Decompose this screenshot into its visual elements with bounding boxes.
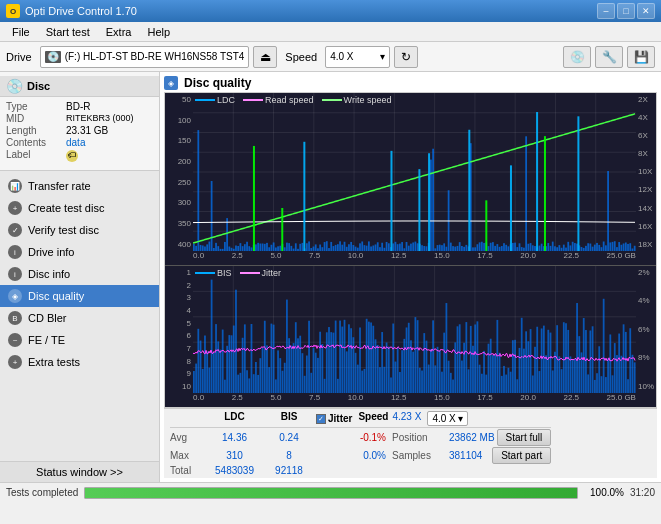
row-total-ldc: 5483039 — [207, 465, 262, 476]
disc-contents-val: data — [66, 137, 85, 148]
legend-ldc-color — [195, 99, 215, 101]
disc-mid-key: MID — [6, 113, 66, 124]
samples-val: 381104 — [449, 450, 482, 461]
nav-label-verify: Verify test disc — [28, 224, 99, 236]
refresh-button[interactable]: ↻ — [394, 46, 418, 68]
legend-jitter: Jitter — [240, 268, 282, 278]
drive-label: Drive — [6, 51, 32, 63]
nav-label-disc: Disc info — [28, 268, 70, 280]
y-label-right: 6X — [636, 131, 656, 140]
menu-start-test[interactable]: Start test — [38, 24, 98, 40]
close-button[interactable]: ✕ — [637, 3, 655, 19]
nav-label-drive: Drive info — [28, 246, 74, 258]
maximize-button[interactable]: □ — [617, 3, 635, 19]
stats-table: LDC BIS ✓ Jitter Speed 4.23 X 4.0 X ▾ Av… — [170, 411, 551, 476]
chart-bottom-plot — [193, 266, 636, 393]
menu-file[interactable]: File — [4, 24, 38, 40]
nav-extra-tests[interactable]: + Extra tests — [0, 351, 159, 373]
legend-ldc: LDC — [195, 95, 235, 105]
disc-header: 💿 Disc — [0, 76, 159, 97]
legend-read: Read speed — [243, 95, 314, 105]
menu-extra[interactable]: Extra — [98, 24, 140, 40]
speed-selector[interactable]: 4.0 X ▾ — [325, 46, 390, 68]
status-window-button[interactable]: Status window >> — [0, 461, 159, 482]
nav-fe-te[interactable]: ~ FE / TE — [0, 329, 159, 351]
nav-cd-bler[interactable]: B CD Bler — [0, 307, 159, 329]
disc-button[interactable]: 💿 — [563, 46, 591, 68]
nav-icon-disc: i — [8, 267, 22, 281]
nav-create-test-disc[interactable]: + Create test disc — [0, 197, 159, 219]
speed-value: 4.0 X — [330, 51, 353, 62]
drive-selector[interactable]: 💿 (F:) HL-DT-ST BD-RE WH16NS58 TST4 — [40, 46, 250, 68]
eject-button[interactable]: ⏏ — [253, 46, 277, 68]
disc-header-label: Disc — [27, 80, 50, 92]
y-label-right: 4X — [636, 113, 656, 122]
nav-disc-info[interactable]: i Disc info — [0, 263, 159, 285]
legend-jitter-label: Jitter — [262, 268, 282, 278]
nav-icon-quality: ◈ — [8, 289, 22, 303]
y-label: 150 — [165, 136, 193, 145]
y-label: 200 — [165, 157, 193, 166]
status-text: Tests completed — [6, 487, 78, 498]
nav-verify-test-disc[interactable]: ✓ Verify test disc — [0, 219, 159, 241]
stats-col-bis: BIS — [264, 411, 314, 426]
speed-dropdown-stats[interactable]: 4.0 X ▾ — [427, 411, 467, 426]
drive-value: (F:) HL-DT-ST BD-RE WH16NS58 TST4 — [65, 51, 245, 62]
nav-label-fete: FE / TE — [28, 334, 65, 346]
speed-dropdown-arrow: ▾ — [458, 413, 463, 424]
status-window-label: Status window >> — [36, 466, 123, 478]
nav-disc-quality[interactable]: ◈ Disc quality — [0, 285, 159, 307]
jitter-checkbox-row: ✓ Jitter — [316, 411, 352, 426]
nav-label-transfer: Transfer rate — [28, 180, 91, 192]
nav-icon-verify: ✓ — [8, 223, 22, 237]
legend-bis: BIS — [195, 268, 232, 278]
y-label-right: 12X — [636, 185, 656, 194]
y-label-right: 14X — [636, 204, 656, 213]
chart-bottom-legend: BIS Jitter — [195, 268, 281, 278]
nav-label-quality: Disc quality — [28, 290, 84, 302]
nav-label-extra: Extra tests — [28, 356, 80, 368]
settings-button[interactable]: 🔧 — [595, 46, 623, 68]
legend-jitter-color — [240, 272, 260, 274]
disc-icon: 💿 — [6, 78, 23, 94]
legend-read-color — [243, 99, 263, 101]
disc-type-key: Type — [6, 101, 66, 112]
chart-top-legend: LDC Read speed Write speed — [195, 95, 391, 105]
position-val: 23862 MB — [449, 432, 495, 443]
save-button[interactable]: 💾 — [627, 46, 655, 68]
jitter-label: Jitter — [328, 413, 352, 424]
row-avg-bis: 0.24 — [264, 432, 314, 443]
y-label: 100 — [165, 116, 193, 125]
app-icon: O — [6, 4, 20, 18]
y-label-right: 8X — [636, 149, 656, 158]
row-max-bis: 8 — [264, 450, 314, 461]
disc-type-row: Type BD-R — [6, 101, 153, 112]
row-avg-ldc: 14.36 — [207, 432, 262, 443]
start-full-button[interactable]: Start full — [497, 429, 552, 446]
nav-drive-info[interactable]: i Drive info — [0, 241, 159, 263]
disc-section: 💿 Disc Type BD-R MID RITEKBR3 (000) Leng… — [0, 72, 159, 171]
legend-bis-label: BIS — [217, 268, 232, 278]
progress-fill — [85, 488, 577, 498]
y-label-right: 18X — [636, 240, 656, 249]
top-chart-canvas — [193, 93, 636, 251]
chart-container: LDC Read speed Write speed 400 350 30 — [164, 92, 657, 408]
y-label: 50 — [165, 95, 193, 104]
disc-length-row: Length 23.31 GB — [6, 125, 153, 136]
stats-speed-header: Speed — [358, 411, 388, 426]
speed-label: Speed — [285, 51, 317, 63]
start-part-button[interactable]: Start part — [492, 447, 551, 464]
chart-icon: ◈ — [164, 76, 178, 90]
y-label: 350 — [165, 219, 193, 228]
y-axis-top-left: 400 350 300 250 200 150 100 50 — [165, 93, 193, 251]
stats-speed-cur: 4.23 X — [392, 411, 421, 426]
minimize-button[interactable]: – — [597, 3, 615, 19]
jitter-checkbox[interactable]: ✓ — [316, 414, 326, 424]
menu-help[interactable]: Help — [139, 24, 178, 40]
nav-transfer-rate[interactable]: 📊 Transfer rate — [0, 175, 159, 197]
row-total-bis: 92118 — [264, 465, 314, 476]
y-axis-bottom-left: 10 9 8 7 6 5 4 3 2 1 — [165, 266, 193, 393]
speed-dropdown-val: 4.0 X — [432, 413, 455, 424]
disc-type-val: BD-R — [66, 101, 90, 112]
disc-length-val: 23.31 GB — [66, 125, 108, 136]
